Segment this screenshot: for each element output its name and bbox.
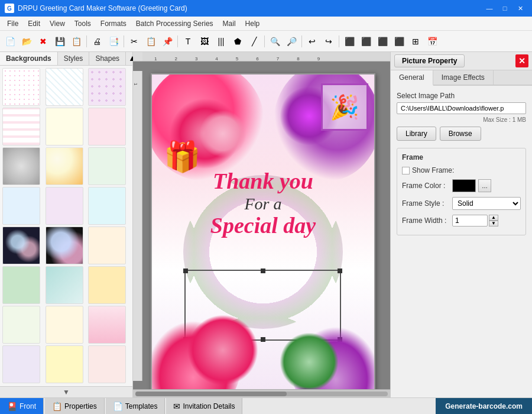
toolbar-calendar[interactable]: 📅 [424,34,440,49]
browse-button[interactable]: Browse [440,127,481,141]
thumbnail-21[interactable] [88,306,126,344]
thumbnail-18[interactable] [88,266,126,304]
frame-width-row: Frame Width : ▲ ▼ [402,215,521,227]
thumbnail-5[interactable] [46,108,83,145]
thumbnail-19[interactable] [2,306,40,344]
frame-color-picker-button[interactable]: … [478,179,491,192]
thumbnail-24[interactable] [88,345,126,383]
toolbar-align-right[interactable]: ⬛ [358,34,374,49]
frame-style-select[interactable]: Solid Dashed Dotted Double [452,197,521,210]
picture-property-button[interactable]: Picture Property [394,54,465,67]
close-button[interactable]: ✕ [513,3,527,14]
toolbar-copy[interactable]: 📋 [143,34,158,49]
property-close-button[interactable]: ✕ [515,54,528,67]
thumbnail-17[interactable] [46,266,83,304]
toolbar-sep-1 [86,35,87,47]
frame-width-control: ▲ ▼ [452,215,498,227]
tab-image-effects[interactable]: Image Effects [433,70,494,85]
toolbar-save2[interactable]: 📋 [69,34,84,49]
toolbar-image[interactable]: 🖼 [197,34,212,49]
toolbar-print2[interactable]: 📑 [106,34,121,49]
property-tabs: General Image Effects [391,70,532,86]
toolbar-new[interactable]: 📄 [2,34,18,49]
thumbnail-20[interactable] [46,306,83,344]
menu-edit[interactable]: Edit [23,18,45,29]
menu-formats[interactable]: Formats [96,18,131,29]
tab-backgrounds[interactable]: Backgrounds [0,52,58,65]
frame-width-input[interactable] [452,215,488,227]
thumbnail-16[interactable] [2,266,40,304]
toolbar-zoom-in[interactable]: 🔍 [267,34,283,49]
thumbnail-4[interactable] [2,108,40,145]
library-button[interactable]: Library [397,127,436,141]
toolbar-save[interactable]: 💾 [52,34,67,49]
frame-width-down[interactable]: ▼ [489,221,498,227]
minimize-button[interactable]: — [482,3,497,14]
menu-file[interactable]: File [2,18,23,29]
thumbnail-12[interactable] [88,187,126,225]
thumbnail-13[interactable] [2,227,40,264]
toolbar-redo[interactable]: ↪ [321,34,336,49]
menu-view[interactable]: View [45,18,70,29]
thumbnail-11[interactable] [46,187,83,225]
canvas-area: 1 2 3 4 5 6 7 8 9 123456789 [133,52,390,397]
menu-mail[interactable]: Mail [218,18,241,29]
thumbnail-3[interactable] [88,68,126,106]
image-path-input[interactable] [397,102,526,114]
show-frame-checkbox[interactable] [402,167,410,174]
toolbar-zoom-out[interactable]: 🔎 [284,34,299,49]
toolbar-align-bottom[interactable]: ⬛ [391,34,407,49]
frame-color-swatch[interactable] [452,179,476,192]
toolbar-sep-6 [339,35,339,47]
generate-barcode-button[interactable]: Generate-barcode.com [436,398,532,414]
thumbnail-grid [0,66,132,386]
greeting-card[interactable]: 🎁 🎉 Thank you For a Special day [151,73,375,389]
toolbar-print[interactable]: 🖨 [89,34,105,49]
toolbar-align-left[interactable]: ⬛ [342,34,357,49]
toolbar-align-top[interactable]: ⬛ [375,34,390,49]
thumbnail-14[interactable] [46,227,83,264]
statusbar-tab-templates[interactable]: 📄 Templates [106,398,166,414]
thumbnail-8[interactable] [46,147,83,185]
frame-width-up[interactable]: ▲ [489,215,498,221]
toolbar-shape[interactable]: ⬟ [230,34,245,49]
scroll-down-arrow[interactable]: ▼ [0,386,132,397]
toolbar-delete[interactable]: ✖ [35,34,51,49]
thumbnail-10[interactable] [2,187,40,225]
toolbar-grid[interactable]: ⊞ [408,34,423,49]
thumbnail-23[interactable] [46,345,83,383]
canvas-scroll-area[interactable]: 123456789 🎁 [133,62,390,389]
thumbnail-6[interactable] [88,108,126,145]
thumbnail-7[interactable] [2,147,40,185]
invitation-icon: ✉ [173,402,180,411]
frame-section: Frame Show Frame: Frame Color : … Frame … [397,148,526,235]
toolbar-text[interactable]: T [180,34,196,49]
menu-tools[interactable]: Tools [70,18,96,29]
toolbar-line[interactable]: ╱ [246,34,262,49]
thumbnail-22[interactable] [2,345,40,383]
statusbar-tab-properties[interactable]: 📋 Properties [45,398,105,414]
thumbnail-2[interactable] [46,68,83,106]
toolbar-paste[interactable]: 📌 [160,34,175,49]
maximize-button[interactable]: □ [498,3,512,14]
toolbar-cut[interactable]: ✂ [126,34,142,49]
menu-help[interactable]: Help [241,18,265,29]
frame-color-row: Frame Color : … [402,179,521,192]
right-panel: Picture Property ✕ General Image Effects… [390,52,532,397]
toolbar-barcode[interactable]: ||| [213,34,229,49]
toolbar-undo[interactable]: ↩ [304,34,320,49]
titlebar: G DRPU Greeting Card Maker Software (Gre… [0,0,532,17]
tab-shapes[interactable]: Shapes [89,52,126,65]
toolbar-open[interactable]: 📂 [19,34,34,49]
main-area: Backgrounds Styles Shapes ▲ [0,52,532,397]
tab-general[interactable]: General [391,70,433,86]
tab-styles[interactable]: Styles [58,52,90,65]
menu-batch[interactable]: Batch Processing Series [131,18,218,29]
corner-image[interactable]: 🎉 [321,83,368,131]
horizontal-scrollbar[interactable] [133,389,390,397]
thumbnail-15[interactable] [88,227,126,264]
thumbnail-9[interactable] [88,147,126,185]
statusbar-tab-front[interactable]: 🎴 Front [0,398,44,414]
thumbnail-1[interactable] [2,68,40,106]
statusbar-tab-invitation[interactable]: ✉ Invitation Details [166,398,242,414]
